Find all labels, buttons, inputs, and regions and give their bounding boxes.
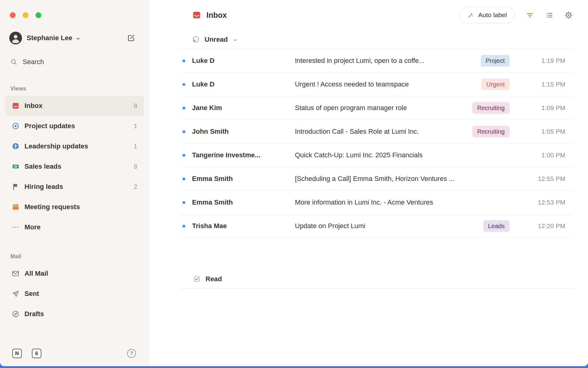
sidebar-item-label: Drafts xyxy=(24,310,44,318)
sidebar-item-sales-leads[interactable]: Sales leads 8 xyxy=(5,156,144,177)
calendar-icon xyxy=(12,203,20,211)
sidebar-item-all-mail[interactable]: All Mail xyxy=(5,263,144,284)
help-icon[interactable]: ? xyxy=(127,349,136,358)
email-label-badge[interactable]: Project xyxy=(481,55,510,67)
read-group-header[interactable]: Read xyxy=(181,270,573,289)
search-button[interactable]: Search xyxy=(10,58,140,66)
sidebar-item-label: All Mail xyxy=(24,270,48,278)
email-row[interactable]: Emma Smith [Scheduling a Call] Emma Smit… xyxy=(181,167,573,191)
zoom-window-button[interactable] xyxy=(36,12,41,18)
unread-dot xyxy=(183,178,185,180)
unread-group-header[interactable]: Unread xyxy=(181,30,573,49)
sidebar-item-label: Sales leads xyxy=(24,163,61,171)
title-group: Inbox xyxy=(192,10,227,20)
email-time: 1:09 PM xyxy=(521,104,573,112)
main-panel: Inbox Auto label xyxy=(149,0,588,366)
unread-dot xyxy=(183,154,185,157)
email-subject: Update on Project Lumi xyxy=(295,222,483,230)
avatar[interactable] xyxy=(9,32,22,44)
search-label: Search xyxy=(23,58,44,66)
window-controls xyxy=(0,0,149,18)
unread-dot xyxy=(183,225,185,228)
profile-row: Stephanie Lee xyxy=(9,32,135,44)
email-row[interactable]: Luke D Urgent ! Access needed to teamspa… xyxy=(181,73,573,96)
close-window-button[interactable] xyxy=(10,12,16,18)
sidebar-item-count: 1 xyxy=(134,143,137,150)
auto-label-label: Auto label xyxy=(478,11,507,19)
sidebar-item-hiring-leads[interactable]: Hiring leads 2 xyxy=(5,177,144,197)
email-row[interactable]: Trisha Mae Update on Project Lumi Leads … xyxy=(181,214,573,238)
email-label-badge[interactable]: Recruiting xyxy=(472,126,510,137)
sidebar-item-label: Project updates xyxy=(24,122,75,130)
views-section-label: Views xyxy=(10,86,149,92)
sidebar-item-meeting-requests[interactable]: Meeting requests xyxy=(5,197,144,217)
unread-dot xyxy=(183,130,185,133)
mail-icon xyxy=(12,270,20,278)
email-row[interactable]: Jane Kim Status of open program manager … xyxy=(181,96,573,120)
sidebar-item-leadership-updates[interactable]: Leadership updates 1 xyxy=(5,136,144,156)
email-label-badge[interactable]: Leads xyxy=(483,220,510,232)
email-row[interactable]: John Smith Introduction Call - Sales Rol… xyxy=(181,120,573,144)
email-time: 1:05 PM xyxy=(521,128,573,135)
email-subject: Introduction Call - Sales Role at Lumi I… xyxy=(295,128,472,136)
checkbox-checked-icon[interactable] xyxy=(193,275,201,283)
list-view-button[interactable] xyxy=(545,11,553,19)
target-icon xyxy=(12,122,20,130)
wand-icon xyxy=(467,12,474,19)
email-sender: Luke D xyxy=(192,80,289,88)
sidebar-item-project-updates[interactable]: Project updates 1 xyxy=(5,116,144,136)
notion-app-icon[interactable]: N xyxy=(12,349,22,358)
select-all-icon[interactable] xyxy=(192,36,200,43)
unread-dot xyxy=(183,83,185,86)
drafts-icon xyxy=(12,310,20,318)
email-time: 12:55 PM xyxy=(521,175,573,182)
send-icon xyxy=(12,290,20,298)
inbox-icon xyxy=(192,10,201,20)
unread-dot xyxy=(183,201,185,204)
email-row[interactable]: Emma Smith More information in Lumi Inc.… xyxy=(181,191,573,214)
email-label-badge[interactable]: Recruiting xyxy=(472,102,510,114)
sidebar-item-count: 2 xyxy=(134,183,137,190)
email-sender: Jane Kim xyxy=(192,104,289,112)
email-list: Luke D Interested in project Lumi, open … xyxy=(181,49,573,238)
search-icon xyxy=(10,58,17,66)
email-sender: Emma Smith xyxy=(192,198,289,206)
email-sender: Tangerine Investme... xyxy=(192,151,289,159)
profile-name[interactable]: Stephanie Lee xyxy=(27,34,72,42)
banknote-icon xyxy=(12,163,20,171)
app-window: Stephanie Lee Search Views Inbox 8 xyxy=(0,0,588,366)
calendar-app-icon[interactable]: 6 xyxy=(32,349,41,358)
chevron-down-icon[interactable] xyxy=(75,36,81,41)
email-row[interactable]: Luke D Interested in project Lumi, open … xyxy=(181,49,573,73)
sidebar-item-more[interactable]: More xyxy=(5,217,144,237)
views-nav: Inbox 8 Project updates 1 Leadership upd… xyxy=(0,96,149,237)
sidebar-item-count: 1 xyxy=(134,123,137,130)
sidebar-footer: N 6 ? xyxy=(0,349,149,366)
email-row[interactable]: Tangerine Investme... Quick Catch-Up: Lu… xyxy=(181,144,573,167)
inbox-icon xyxy=(12,102,20,110)
auto-label-button[interactable]: Auto label xyxy=(459,7,515,23)
sidebar-item-sent[interactable]: Sent xyxy=(5,284,144,304)
email-time: 12:53 PM xyxy=(521,199,573,206)
filter-button[interactable] xyxy=(526,11,534,19)
unread-dot xyxy=(183,107,185,109)
page-title: Inbox xyxy=(206,11,227,20)
compose-button[interactable] xyxy=(127,34,135,42)
main-header: Inbox Auto label xyxy=(181,0,573,30)
sidebar-item-label: Meeting requests xyxy=(24,203,80,211)
sidebar-item-count: 8 xyxy=(134,102,137,109)
sidebar-item-drafts[interactable]: Drafts xyxy=(5,304,144,324)
email-label-badge[interactable]: Urgent xyxy=(481,79,510,90)
minimize-window-button[interactable] xyxy=(23,12,28,18)
email-sender: Emma Smith xyxy=(192,175,289,183)
email-time: 1:15 PM xyxy=(521,81,573,88)
sidebar-item-inbox[interactable]: Inbox 8 xyxy=(5,96,144,116)
email-subject: More information in Lumi Inc. - Acme Ven… xyxy=(295,198,521,206)
read-label: Read xyxy=(205,275,222,283)
person-icon xyxy=(12,142,20,150)
email-subject: Quick Catch-Up: Lumi Inc. 2025 Financial… xyxy=(295,151,521,159)
gear-icon[interactable] xyxy=(564,11,573,19)
unread-dot xyxy=(183,59,185,62)
unread-label: Unread xyxy=(205,36,228,44)
chevron-down-icon[interactable] xyxy=(233,37,238,43)
